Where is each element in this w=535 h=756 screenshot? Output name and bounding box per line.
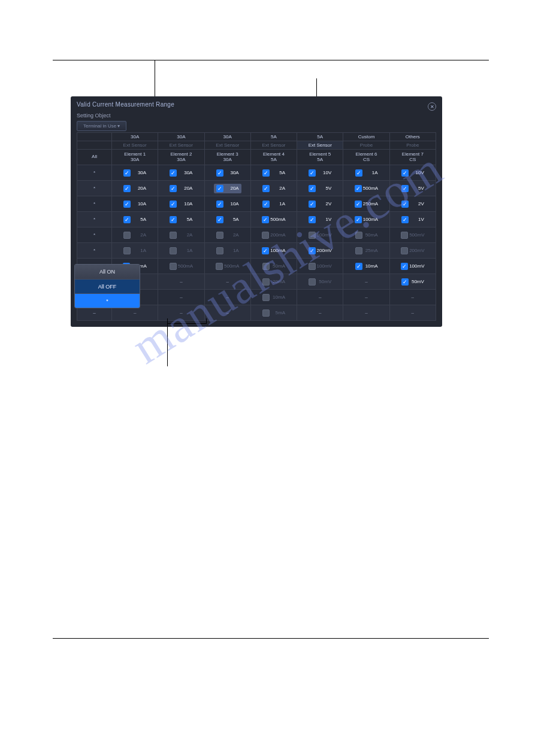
table-cell[interactable]: 1A: [112, 243, 158, 259]
table-cell[interactable]: ✓1A: [250, 196, 297, 212]
table-cell[interactable]: 25mA: [343, 243, 389, 259]
table-cell[interactable]: ✓10mA: [343, 259, 389, 274]
table-cell[interactable]: ✓10V: [297, 165, 343, 181]
table-cell[interactable]: ✓30A: [158, 165, 204, 181]
table-cell[interactable]: –: [158, 290, 204, 305]
checkbox-icon[interactable]: ✓: [309, 201, 316, 208]
table-cell[interactable]: 20mA: [250, 274, 297, 290]
menu-all-off[interactable]: All OFF: [75, 279, 140, 293]
table-cell[interactable]: ✓20A: [158, 181, 204, 196]
table-cell[interactable]: ✓100mV: [389, 259, 436, 274]
checkbox-icon[interactable]: [262, 232, 269, 239]
checkbox-icon[interactable]: [123, 247, 131, 254]
checkbox-icon[interactable]: [216, 263, 223, 270]
checkbox-icon[interactable]: ✓: [262, 185, 270, 192]
col-hdr-2[interactable]: Element 230A: [158, 150, 204, 165]
table-cell[interactable]: 500mV: [389, 227, 436, 243]
checkbox-icon[interactable]: ✓: [355, 185, 362, 192]
col-hdr-4[interactable]: Element 45A: [250, 150, 297, 165]
table-cell[interactable]: ✓50mV: [389, 274, 436, 290]
table-cell[interactable]: –: [389, 290, 436, 305]
table-cell[interactable]: –: [158, 274, 204, 290]
table-cell[interactable]: 1A: [158, 243, 204, 259]
table-cell[interactable]: ✓1A: [343, 165, 389, 181]
checkbox-icon[interactable]: [170, 232, 177, 239]
table-cell[interactable]: 500mV: [297, 227, 343, 243]
checkbox-icon[interactable]: ✓: [123, 185, 131, 192]
table-cell[interactable]: –: [297, 290, 343, 305]
checkbox-icon[interactable]: ✓: [401, 185, 409, 192]
checkbox-icon[interactable]: ✓: [309, 247, 316, 254]
row-all[interactable]: *: [77, 212, 112, 227]
table-cell[interactable]: –: [158, 305, 204, 321]
checkbox-icon[interactable]: ✓: [262, 247, 269, 254]
table-cell[interactable]: 200mV: [389, 243, 436, 259]
row-all[interactable]: *: [77, 227, 112, 243]
checkbox-icon[interactable]: [355, 247, 362, 254]
table-cell[interactable]: ✓20A: [112, 181, 158, 196]
table-cell[interactable]: ✓500mA: [250, 212, 297, 227]
table-cell[interactable]: 2A: [204, 227, 250, 243]
table-cell[interactable]: ✓5V: [389, 181, 436, 196]
menu-all-on[interactable]: All ON: [75, 265, 140, 279]
table-cell[interactable]: –: [343, 305, 389, 321]
checkbox-icon[interactable]: [262, 294, 270, 301]
table-cell[interactable]: ✓5V: [297, 181, 343, 196]
table-cell[interactable]: –: [389, 305, 436, 321]
table-cell[interactable]: ✓1V: [389, 212, 436, 227]
table-cell[interactable]: ✓20A: [204, 181, 250, 196]
checkbox-icon[interactable]: ✓: [262, 216, 269, 223]
table-cell[interactable]: ✓10A: [112, 196, 158, 212]
table-cell[interactable]: ✓10V: [389, 165, 436, 181]
table-cell[interactable]: 50mA: [250, 259, 297, 274]
checkbox-icon[interactable]: ✓: [170, 201, 177, 208]
checkbox-icon[interactable]: [355, 232, 362, 239]
checkbox-icon[interactable]: ✓: [401, 278, 409, 286]
table-cell[interactable]: –: [204, 290, 250, 305]
col-hdr-5[interactable]: Element 55A: [297, 150, 343, 165]
checkbox-icon[interactable]: ✓: [216, 169, 223, 177]
checkbox-icon[interactable]: ✓: [123, 201, 131, 208]
checkbox-icon[interactable]: [216, 247, 223, 254]
checkbox-icon[interactable]: ✓: [309, 216, 316, 223]
terminal-dropdown[interactable]: Terminal in Use ▾: [77, 121, 126, 131]
row-all[interactable]: *: [77, 196, 112, 212]
table-cell[interactable]: ✓1V: [297, 212, 343, 227]
checkbox-icon[interactable]: [262, 263, 270, 270]
table-cell[interactable]: 200mA: [250, 227, 297, 243]
checkbox-icon[interactable]: ✓: [355, 169, 362, 177]
table-cell[interactable]: –: [297, 305, 343, 321]
checkbox-icon[interactable]: [309, 232, 316, 239]
checkbox-icon[interactable]: ✓: [401, 169, 409, 177]
checkbox-icon[interactable]: ✓: [309, 169, 316, 177]
checkbox-icon[interactable]: [170, 247, 177, 254]
checkbox-icon[interactable]: ✓: [262, 169, 270, 177]
table-cell[interactable]: –: [343, 274, 389, 290]
checkbox-icon[interactable]: ✓: [170, 216, 177, 223]
checkbox-icon[interactable]: [401, 232, 408, 239]
checkbox-icon[interactable]: ✓: [216, 185, 223, 192]
table-cell[interactable]: –: [204, 305, 250, 321]
checkbox-icon[interactable]: ✓: [401, 201, 409, 208]
checkbox-icon[interactable]: ✓: [123, 216, 131, 223]
checkbox-icon[interactable]: ✓: [355, 216, 362, 223]
checkbox-icon[interactable]: ✓: [355, 201, 362, 208]
checkbox-icon[interactable]: [262, 309, 270, 317]
table-cell[interactable]: ✓2A: [250, 181, 297, 196]
close-icon[interactable]: ✕: [428, 102, 436, 111]
checkbox-icon[interactable]: [262, 278, 270, 286]
checkbox-icon[interactable]: ✓: [123, 169, 131, 177]
row-all[interactable]: *: [77, 243, 112, 259]
checkbox-icon[interactable]: ✓: [262, 201, 270, 208]
col-hdr-1[interactable]: Element 130A: [112, 150, 158, 165]
table-cell[interactable]: 500mA: [204, 259, 250, 274]
checkbox-icon[interactable]: [309, 278, 316, 286]
table-cell[interactable]: 50mA: [343, 227, 389, 243]
table-cell[interactable]: 500mA: [158, 259, 204, 274]
checkbox-icon[interactable]: [216, 232, 223, 239]
table-cell[interactable]: ✓2V: [297, 196, 343, 212]
table-cell[interactable]: ✓2V: [389, 196, 436, 212]
table-cell[interactable]: ✓10A: [158, 196, 204, 212]
checkbox-icon[interactable]: [309, 263, 316, 270]
table-cell[interactable]: 50mV: [297, 274, 343, 290]
